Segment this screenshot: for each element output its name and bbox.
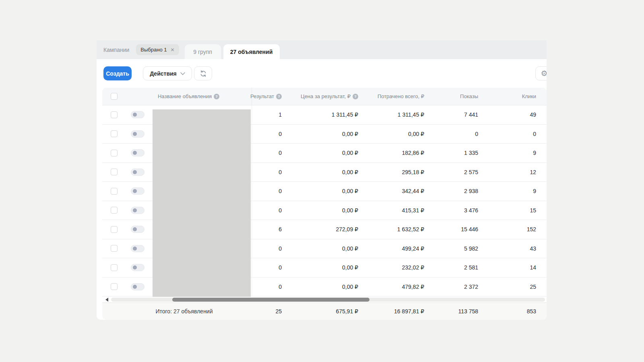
- cell-spent-total: 479,82 ₽: [361, 284, 427, 290]
- ad-status-toggle[interactable]: [131, 283, 144, 290]
- cell-cost-per-result: 0,00 ₽: [285, 188, 361, 194]
- tab-groups[interactable]: 9 групп: [185, 44, 221, 59]
- cell-spent-total: 232,02 ₽: [361, 264, 427, 271]
- tab-ads[interactable]: 27 объявлений: [223, 44, 280, 59]
- selected-filter-chip[interactable]: Выбрано 1 ✕: [136, 44, 179, 55]
- actions-dropdown-button[interactable]: Действия: [143, 66, 192, 80]
- ad-status-toggle[interactable]: [131, 130, 144, 138]
- cell-cost-per-result: 0,00 ₽: [285, 131, 361, 137]
- toggle-knob: [133, 132, 137, 136]
- scroll-left-arrow[interactable]: [105, 298, 108, 302]
- table-footer-row: Итого: 27 объявлений 25 675,91 ₽ 16 897,…: [102, 302, 547, 320]
- cell-clicks: 12: [481, 169, 539, 175]
- cell-spent-total: 1 311,45 ₽: [361, 111, 427, 118]
- actions-label: Действия: [150, 70, 177, 77]
- row-checkbox[interactable]: [111, 245, 118, 252]
- ads-manager-panel: Кампании Выбрано 1 ✕ 9 групп 27 объявлен…: [97, 40, 547, 320]
- cell-impressions: 2 575: [427, 169, 481, 175]
- cell-spent-total: 415,31 ₽: [361, 207, 427, 214]
- cell-result: 0: [252, 182, 285, 201]
- row-checkbox[interactable]: [111, 207, 118, 214]
- cell-spent-total: 1 632,52 ₽: [361, 226, 427, 232]
- total-cost-per-result: 675,91 ₽: [285, 308, 361, 315]
- toggle-knob: [133, 265, 137, 269]
- toggle-knob: [133, 151, 137, 155]
- row-checkbox[interactable]: [111, 111, 118, 118]
- cell-clicks: 43: [481, 245, 539, 252]
- ad-status-toggle[interactable]: [131, 169, 144, 176]
- scrollbar-track[interactable]: [111, 298, 545, 302]
- help-icon[interactable]: ?: [353, 94, 358, 99]
- cell-impressions: 15 446: [427, 226, 481, 232]
- help-icon[interactable]: ?: [214, 94, 219, 99]
- toolbar: Создать Действия ⚙: [97, 59, 547, 88]
- tab-bar: Кампании Выбрано 1 ✕ 9 групп 27 объявлен…: [97, 40, 547, 59]
- cell-result: 0: [252, 125, 285, 144]
- ad-status-toggle[interactable]: [131, 264, 144, 271]
- column-settings-button[interactable]: ⚙: [535, 66, 547, 80]
- cell-cost-per-result: 1 311,45 ₽: [285, 111, 361, 118]
- cell-cost-per-result: 0,00 ₽: [285, 245, 361, 252]
- cell-impressions: 2 581: [427, 264, 481, 271]
- cell-cost-per-result: 0,00 ₽: [285, 169, 361, 175]
- close-icon[interactable]: ✕: [170, 47, 174, 52]
- cell-impressions: 0: [427, 131, 481, 137]
- tab-campaigns[interactable]: Кампании: [103, 47, 129, 53]
- cell-result: 0: [252, 163, 285, 182]
- cell-spent-total: 0,00 ₽: [361, 131, 427, 137]
- ad-status-toggle[interactable]: [131, 226, 144, 233]
- toggle-knob: [133, 113, 137, 117]
- row-checkbox[interactable]: [111, 188, 118, 195]
- row-checkbox[interactable]: [111, 130, 118, 137]
- ad-status-toggle[interactable]: [131, 111, 144, 118]
- cell-result: 6: [252, 220, 285, 239]
- row-checkbox[interactable]: [111, 226, 118, 233]
- total-spent: 16 897,81 ₽: [361, 308, 427, 315]
- cell-result: 0: [252, 239, 285, 258]
- select-all-checkbox[interactable]: [111, 93, 118, 100]
- ad-status-toggle[interactable]: [131, 187, 144, 195]
- cell-impressions: 3 476: [427, 207, 481, 214]
- cell-impressions: 5 982: [427, 245, 481, 252]
- ads-table: Название объявления ? Результат ? Цена з…: [102, 88, 547, 320]
- toggle-knob: [133, 189, 137, 193]
- cell-clicks: 49: [481, 111, 539, 118]
- cell-clicks: 14: [481, 264, 539, 271]
- header-impressions[interactable]: Показы: [427, 93, 481, 99]
- chip-label: Выбрано 1: [140, 47, 167, 53]
- toggle-knob: [133, 247, 137, 251]
- total-clicks: 853: [481, 308, 539, 315]
- toggle-knob: [133, 208, 137, 212]
- row-checkbox[interactable]: [111, 264, 118, 271]
- cell-cost-per-result: 272,09 ₽: [285, 226, 361, 232]
- totals-label: Итого: 27 объявлений: [102, 308, 252, 315]
- help-icon[interactable]: ?: [276, 94, 282, 99]
- header-ad-name[interactable]: Название объявления ?: [126, 93, 252, 99]
- cell-clicks: 15: [481, 207, 539, 214]
- row-checkbox[interactable]: [111, 150, 118, 156]
- cell-impressions: 7 441: [427, 111, 481, 118]
- header-spent-total[interactable]: Потрачено всего, ₽: [361, 93, 427, 99]
- gear-icon: ⚙: [541, 69, 547, 78]
- horizontal-scrollbar: [102, 296, 547, 302]
- scrollbar-thumb[interactable]: [172, 298, 369, 302]
- header-result[interactable]: Результат ?: [252, 88, 285, 105]
- create-button[interactable]: Создать: [103, 66, 132, 80]
- toggle-knob: [133, 227, 137, 231]
- ad-status-toggle[interactable]: [131, 149, 144, 156]
- refresh-icon: [199, 70, 207, 78]
- header-cost-per-result[interactable]: Цена за результат, ₽ ?: [285, 93, 361, 99]
- cell-cost-per-result: 0,00 ₽: [285, 150, 361, 156]
- cell-impressions: 2 938: [427, 188, 481, 194]
- refresh-button[interactable]: [194, 66, 212, 80]
- cell-cost-per-result: 0,00 ₽: [285, 284, 361, 290]
- cell-result: 0: [252, 278, 285, 296]
- cell-spent-total: 499,24 ₽: [361, 245, 427, 252]
- toggle-knob: [133, 170, 137, 174]
- ad-status-toggle[interactable]: [131, 245, 144, 252]
- row-checkbox[interactable]: [111, 283, 118, 290]
- header-clicks[interactable]: Клики: [481, 93, 539, 99]
- cell-clicks: 152: [481, 226, 539, 232]
- ad-status-toggle[interactable]: [131, 207, 144, 214]
- row-checkbox[interactable]: [111, 169, 118, 175]
